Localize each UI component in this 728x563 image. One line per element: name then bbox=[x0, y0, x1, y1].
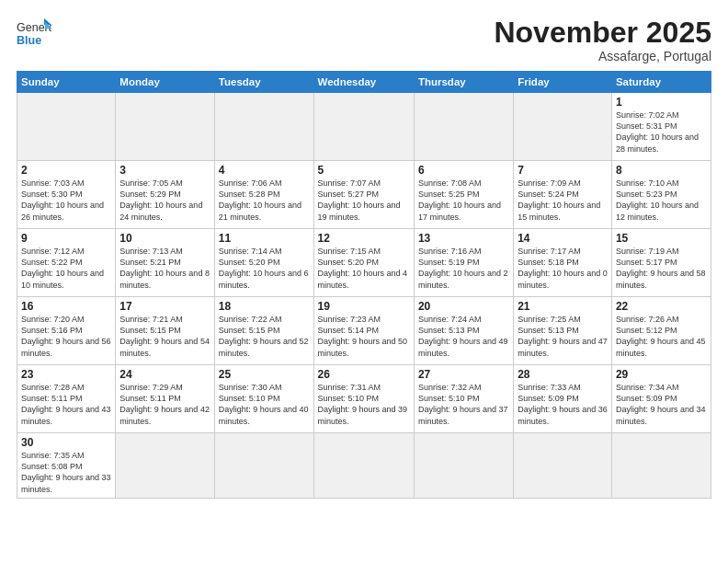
day-number: 19 bbox=[318, 300, 410, 313]
month-title: November 2025 bbox=[494, 17, 711, 49]
header-tuesday: Tuesday bbox=[214, 72, 313, 93]
day-number: 29 bbox=[616, 368, 707, 381]
calendar-cell: 1Sunrise: 7:02 AM Sunset: 5:31 PM Daylig… bbox=[611, 93, 711, 161]
calendar-cell bbox=[116, 93, 215, 161]
day-number: 27 bbox=[418, 368, 509, 381]
header-sunday: Sunday bbox=[17, 72, 116, 93]
day-info: Sunrise: 7:33 AM Sunset: 5:09 PM Dayligh… bbox=[518, 382, 608, 427]
day-info: Sunrise: 7:32 AM Sunset: 5:10 PM Dayligh… bbox=[418, 382, 509, 427]
day-number: 25 bbox=[219, 368, 310, 381]
calendar-cell: 21Sunrise: 7:25 AM Sunset: 5:13 PM Dayli… bbox=[514, 297, 612, 365]
day-info: Sunrise: 7:24 AM Sunset: 5:13 PM Dayligh… bbox=[418, 314, 509, 359]
day-info: Sunrise: 7:31 AM Sunset: 5:10 PM Dayligh… bbox=[318, 382, 410, 427]
location-subtitle: Assafarge, Portugal bbox=[494, 49, 711, 63]
day-info: Sunrise: 7:20 AM Sunset: 5:16 PM Dayligh… bbox=[21, 314, 111, 359]
calendar-cell: 25Sunrise: 7:30 AM Sunset: 5:10 PM Dayli… bbox=[214, 365, 313, 433]
calendar-cell: 3Sunrise: 7:05 AM Sunset: 5:29 PM Daylig… bbox=[116, 161, 215, 229]
day-info: Sunrise: 7:13 AM Sunset: 5:21 PM Dayligh… bbox=[119, 246, 210, 291]
calendar-cell: 14Sunrise: 7:17 AM Sunset: 5:18 PM Dayli… bbox=[514, 229, 612, 297]
day-info: Sunrise: 7:05 AM Sunset: 5:29 PM Dayligh… bbox=[119, 178, 210, 223]
calendar-cell bbox=[514, 93, 612, 161]
day-info: Sunrise: 7:02 AM Sunset: 5:31 PM Dayligh… bbox=[616, 109, 707, 155]
day-number: 2 bbox=[21, 164, 111, 177]
day-info: Sunrise: 7:30 AM Sunset: 5:10 PM Dayligh… bbox=[219, 382, 310, 427]
calendar-cell bbox=[313, 93, 414, 161]
logo: General Blue bbox=[17, 17, 51, 52]
day-info: Sunrise: 7:08 AM Sunset: 5:25 PM Dayligh… bbox=[418, 178, 509, 223]
day-number: 18 bbox=[219, 300, 310, 313]
day-info: Sunrise: 7:34 AM Sunset: 5:09 PM Dayligh… bbox=[616, 382, 707, 427]
day-number: 15 bbox=[616, 232, 707, 245]
day-info: Sunrise: 7:35 AM Sunset: 5:08 PM Dayligh… bbox=[21, 450, 111, 495]
calendar-cell: 9Sunrise: 7:12 AM Sunset: 5:22 PM Daylig… bbox=[17, 229, 116, 297]
day-number: 24 bbox=[119, 368, 210, 381]
day-number: 26 bbox=[318, 368, 410, 381]
day-number: 13 bbox=[418, 232, 509, 245]
day-info: Sunrise: 7:26 AM Sunset: 5:12 PM Dayligh… bbox=[616, 314, 707, 359]
day-number: 14 bbox=[518, 232, 608, 245]
calendar-cell bbox=[214, 93, 313, 161]
calendar-cell: 10Sunrise: 7:13 AM Sunset: 5:21 PM Dayli… bbox=[116, 229, 215, 297]
header-thursday: Thursday bbox=[414, 72, 513, 93]
calendar-cell: 27Sunrise: 7:32 AM Sunset: 5:10 PM Dayli… bbox=[414, 365, 513, 433]
day-number: 8 bbox=[616, 164, 707, 177]
calendar-cell: 28Sunrise: 7:33 AM Sunset: 5:09 PM Dayli… bbox=[514, 365, 612, 433]
calendar-cell bbox=[611, 433, 711, 499]
day-number: 10 bbox=[119, 232, 210, 245]
calendar-cell bbox=[414, 93, 513, 161]
header: General Blue November 2025 Assafarge, Po… bbox=[17, 17, 711, 63]
day-info: Sunrise: 7:14 AM Sunset: 5:20 PM Dayligh… bbox=[219, 246, 310, 291]
calendar-cell: 11Sunrise: 7:14 AM Sunset: 5:20 PM Dayli… bbox=[214, 229, 313, 297]
calendar-cell: 26Sunrise: 7:31 AM Sunset: 5:10 PM Dayli… bbox=[313, 365, 414, 433]
day-number: 20 bbox=[418, 300, 509, 313]
calendar-cell bbox=[214, 433, 313, 499]
calendar-cell: 8Sunrise: 7:10 AM Sunset: 5:23 PM Daylig… bbox=[611, 161, 711, 229]
day-info: Sunrise: 7:16 AM Sunset: 5:19 PM Dayligh… bbox=[418, 246, 509, 291]
day-number: 16 bbox=[21, 300, 111, 313]
title-block: November 2025 Assafarge, Portugal bbox=[494, 17, 711, 63]
day-info: Sunrise: 7:07 AM Sunset: 5:27 PM Dayligh… bbox=[318, 178, 410, 223]
day-info: Sunrise: 7:15 AM Sunset: 5:20 PM Dayligh… bbox=[318, 246, 410, 291]
day-info: Sunrise: 7:21 AM Sunset: 5:15 PM Dayligh… bbox=[119, 314, 210, 359]
calendar-cell: 30Sunrise: 7:35 AM Sunset: 5:08 PM Dayli… bbox=[17, 433, 116, 499]
day-number: 6 bbox=[418, 164, 509, 177]
calendar-cell bbox=[116, 433, 215, 499]
calendar-cell: 16Sunrise: 7:20 AM Sunset: 5:16 PM Dayli… bbox=[17, 297, 116, 365]
calendar-table: Sunday Monday Tuesday Wednesday Thursday… bbox=[17, 71, 711, 499]
calendar-cell: 12Sunrise: 7:15 AM Sunset: 5:20 PM Dayli… bbox=[313, 229, 414, 297]
header-friday: Friday bbox=[514, 72, 612, 93]
day-info: Sunrise: 7:12 AM Sunset: 5:22 PM Dayligh… bbox=[21, 246, 111, 291]
calendar-cell: 22Sunrise: 7:26 AM Sunset: 5:12 PM Dayli… bbox=[611, 297, 711, 365]
day-info: Sunrise: 7:10 AM Sunset: 5:23 PM Dayligh… bbox=[616, 178, 707, 223]
header-wednesday: Wednesday bbox=[313, 72, 414, 93]
calendar-header-row: Sunday Monday Tuesday Wednesday Thursday… bbox=[17, 72, 711, 93]
calendar-cell bbox=[313, 433, 414, 499]
day-number: 22 bbox=[616, 300, 707, 313]
day-info: Sunrise: 7:06 AM Sunset: 5:28 PM Dayligh… bbox=[219, 178, 310, 223]
day-number: 3 bbox=[119, 164, 210, 177]
day-number: 28 bbox=[518, 368, 608, 381]
day-info: Sunrise: 7:17 AM Sunset: 5:18 PM Dayligh… bbox=[518, 246, 608, 291]
day-info: Sunrise: 7:19 AM Sunset: 5:17 PM Dayligh… bbox=[616, 246, 707, 291]
calendar-cell bbox=[414, 433, 513, 499]
calendar-cell bbox=[514, 433, 612, 499]
calendar-cell: 4Sunrise: 7:06 AM Sunset: 5:28 PM Daylig… bbox=[214, 161, 313, 229]
day-number: 17 bbox=[119, 300, 210, 313]
day-number: 21 bbox=[518, 300, 608, 313]
day-number: 30 bbox=[21, 436, 111, 449]
calendar-cell: 19Sunrise: 7:23 AM Sunset: 5:14 PM Dayli… bbox=[313, 297, 414, 365]
calendar-cell: 20Sunrise: 7:24 AM Sunset: 5:13 PM Dayli… bbox=[414, 297, 513, 365]
day-info: Sunrise: 7:23 AM Sunset: 5:14 PM Dayligh… bbox=[318, 314, 410, 359]
day-number: 12 bbox=[318, 232, 410, 245]
calendar-cell: 18Sunrise: 7:22 AM Sunset: 5:15 PM Dayli… bbox=[214, 297, 313, 365]
calendar-cell: 2Sunrise: 7:03 AM Sunset: 5:30 PM Daylig… bbox=[17, 161, 116, 229]
day-info: Sunrise: 7:25 AM Sunset: 5:13 PM Dayligh… bbox=[518, 314, 608, 359]
day-number: 4 bbox=[219, 164, 310, 177]
calendar-cell: 15Sunrise: 7:19 AM Sunset: 5:17 PM Dayli… bbox=[611, 229, 711, 297]
day-number: 7 bbox=[518, 164, 608, 177]
logo-svg: General Blue bbox=[17, 17, 51, 52]
calendar-cell: 24Sunrise: 7:29 AM Sunset: 5:11 PM Dayli… bbox=[116, 365, 215, 433]
calendar-cell bbox=[17, 93, 116, 161]
day-number: 23 bbox=[21, 368, 111, 381]
calendar-cell: 7Sunrise: 7:09 AM Sunset: 5:24 PM Daylig… bbox=[514, 161, 612, 229]
